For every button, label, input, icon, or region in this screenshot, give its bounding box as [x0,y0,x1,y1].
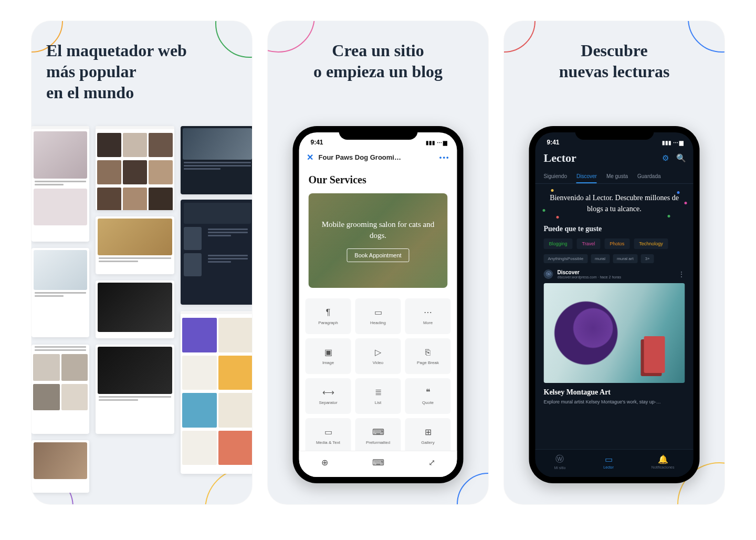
post-title: Kelsey Montague Art [544,388,685,397]
block-inserter-item[interactable]: ≣ List [355,378,401,414]
post-card[interactable]: ⓦ Discover discover.wordpress.com · hace… [536,269,694,406]
phone-frame: 9:41 ▮▮▮ ⋯ ▆ Lector ⚙ 🔍 SiguiendoDiscove… [529,126,700,483]
close-button[interactable]: ✕ [307,152,313,162]
welcome-text: Bienvenido al Lector. Descubre millones … [545,192,684,214]
block-label: Quote [422,400,434,405]
search-icon[interactable]: 🔍 [676,153,686,163]
phone-frame: 9:41 ▮▮▮ ⋯ ▆ ✕ Four Paws Dog Groomi… •••… [293,126,464,483]
nav-item[interactable]: ▭ Lector [603,454,613,469]
block-inserter-item[interactable]: ❝ Quote [405,378,451,414]
block-label: Image [322,360,334,365]
topic-chip[interactable]: Technology [634,238,668,249]
editor-bottom-toolbar: ⊕ ⌨ ⤢ [299,451,457,477]
block-icon: ⌨ [372,427,384,437]
block-inserter-item[interactable]: ▭ Media & Text [306,418,351,454]
phone-notch [339,126,417,140]
template-collage [32,126,252,504]
nav-label: Lector [603,465,613,469]
reader-tab[interactable]: Me gusta [606,170,628,183]
headline-line: nuevas lecturas [559,62,670,81]
nav-item[interactable]: 🔔 Notificaciones [652,454,675,469]
keyboard-button[interactable]: ⌨ [372,458,384,468]
headline-line: o empieza un blog [313,62,443,81]
topic-chip[interactable]: Blogging [544,238,573,249]
post-avatar: ⓦ [544,269,553,279]
block-icon: ❝ [426,387,430,397]
tag-chip[interactable]: mural art [613,254,638,263]
block-icon: ⎘ [425,348,430,357]
block-label: Media & Text [316,440,340,445]
headline-line: Crea un sitio [332,41,424,60]
block-inserter-item[interactable]: ⎘ Page Break [405,338,451,374]
topic-chip[interactable]: Travel [577,238,601,249]
reader-tab[interactable]: Guardada [637,170,660,183]
welcome-banner: Bienvenido al Lector. Descubre millones … [536,184,694,222]
tag-chip[interactable]: AnythingIsPossible [544,254,588,263]
topic-chips: BloggingTravelPhotosTechnology [536,238,694,254]
editor-body: Our Services Mobile grooming salon for c… [299,168,457,291]
headline-line: en el mundo [46,83,134,102]
post-more-button[interactable]: ⋮ [678,270,685,278]
tag-row: AnythingIsPossiblemuralmural art3+ [536,254,694,269]
document-title[interactable]: Four Paws Dog Groomi… [319,153,401,161]
block-label: Preformatted [366,440,390,445]
topic-chip[interactable]: Photos [604,238,629,249]
card-headline: Crea un sitio o empieza un blog [268,21,488,91]
post-description: Explore mural artist Kelsey Montague's w… [544,399,685,406]
block-inserter-item[interactable]: ▭ Heading [355,298,401,334]
phone-screen-editor: 9:41 ▮▮▮ ⋯ ▆ ✕ Four Paws Dog Groomi… •••… [299,132,457,477]
nav-item[interactable]: ⓦ Mi sitio [554,454,566,470]
headline-line: más popular [46,62,136,81]
card-headline: El maquetador web más popular en el mund… [32,21,252,112]
block-label: Heading [370,320,386,325]
block-inserter-item[interactable]: ▷ Video [355,338,401,374]
block-inserter-item[interactable]: ⋯ More [405,298,451,334]
expand-button[interactable]: ⤢ [428,458,435,468]
nav-icon: ⓦ [555,454,564,465]
block-inserter-item[interactable]: ⌨ Preformatted [355,418,401,454]
block-icon: ▭ [324,427,332,437]
section-heading[interactable]: Our Services [309,174,448,186]
reader-tab[interactable]: Siguiendo [544,170,567,183]
status-icons: ▮▮▮ ⋯ ▆ [662,140,684,146]
block-inserter-item[interactable]: ⊞ Gallery [405,418,451,454]
screenshot-card-1: El maquetador web más popular en el mund… [32,21,252,504]
nav-label: Mi sitio [554,466,566,470]
block-inserter-item[interactable]: ¶ Paragraph [306,298,351,334]
reader-tab[interactable]: Discover [576,170,597,183]
tag-chip[interactable]: mural [591,254,610,263]
book-appointment-button[interactable]: Book Appointment [346,248,409,262]
bottom-nav: ⓦ Mi sitio▭ Lector🔔 Notificaciones [536,449,694,477]
block-label: Paragraph [318,320,338,325]
cover-block[interactable]: Mobile grooming salon for cats and dogs.… [309,193,448,288]
block-label: Video [373,360,383,365]
block-label: Page Break [417,360,439,365]
more-menu-button[interactable]: ••• [439,153,450,161]
block-label: Gallery [421,440,434,445]
cover-text: Mobile grooming salon for cats and dogs. [315,219,442,241]
block-label: List [375,400,381,405]
reader-tabs: SiguiendoDiscoverMe gustaGuardada [536,168,694,184]
tag-chip[interactable]: 3+ [641,254,654,263]
decoration-arc [457,473,488,504]
post-source: Discover [558,269,674,275]
nav-icon: ▭ [605,454,613,464]
post-meta: discover.wordpress.com · hace 2 horas [558,275,674,279]
block-inserter-item[interactable]: ⟷ Separator [306,378,351,414]
nav-icon: 🔔 [658,454,668,464]
add-block-button[interactable]: ⊕ [321,458,328,468]
phone-notch [575,126,654,140]
block-inserter-item[interactable]: ▣ Image [306,338,351,374]
settings-icon[interactable]: ⚙ [662,153,669,163]
headline-line: Descubre [581,41,647,60]
block-label: Separator [319,400,337,405]
headline-line: El maquetador web [46,41,187,60]
block-icon: ⋯ [424,307,432,317]
card-headline: Descubre nuevas lecturas [504,21,724,91]
editor-toolbar: ✕ Four Paws Dog Groomi… ••• [299,149,457,168]
section-title: Puede que te guste [536,222,694,238]
screenshot-card-2: Crea un sitio o empieza un blog 9:41 ▮▮▮… [268,21,488,504]
status-time: 9:41 [547,139,560,146]
block-icon: ≣ [375,387,382,397]
block-icon: ¶ [326,308,331,317]
